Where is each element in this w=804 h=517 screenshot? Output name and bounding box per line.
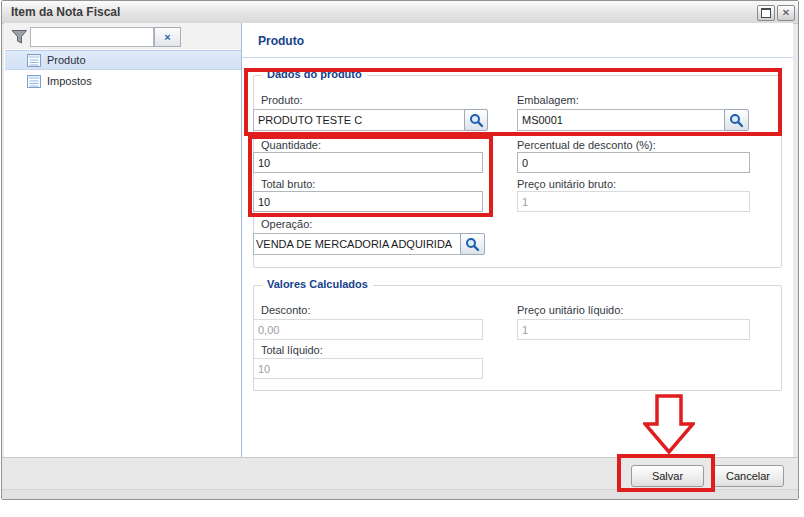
fieldset-legend: Valores Calculados <box>262 278 373 290</box>
maximize-button[interactable] <box>757 5 775 21</box>
produto-search-button[interactable] <box>464 109 488 131</box>
sidebar-filter-input[interactable] <box>30 27 154 47</box>
total-liquido-input <box>253 358 483 379</box>
quantidade-label: Quantidade: <box>261 139 321 151</box>
operacao-input[interactable] <box>253 233 461 255</box>
save-button-label: Salvar <box>652 470 683 482</box>
footer-strip <box>2 490 798 499</box>
operacao-search-button[interactable] <box>460 233 485 255</box>
embalagem-input[interactable] <box>517 109 725 131</box>
sidebar-item-label: Impostos <box>47 75 92 87</box>
sidebar-item-label: Produto <box>47 54 86 66</box>
clear-icon: × <box>164 31 170 43</box>
close-button[interactable]: ✕ <box>777 5 795 21</box>
quantidade-input[interactable] <box>253 152 483 173</box>
desconto-input <box>253 319 483 340</box>
preco-unitario-liquido-label: Preço unitário líquido: <box>517 304 623 316</box>
total-bruto-label: Total bruto: <box>261 178 315 190</box>
magnifier-icon <box>465 237 480 252</box>
cancel-button-label: Cancelar <box>726 470 770 482</box>
magnifier-icon <box>729 113 744 128</box>
window-close-icon: ✕ <box>782 8 790 18</box>
magnifier-icon <box>469 113 484 128</box>
list-icon <box>27 54 41 67</box>
preco-unitario-bruto-input <box>517 191 750 212</box>
total-liquido-label: Total líquido: <box>261 344 323 356</box>
list-icon <box>27 75 41 88</box>
desconto-label: Desconto: <box>261 304 311 316</box>
preco-unitario-liquido-input <box>517 319 750 340</box>
sidebar-item-produto[interactable]: Produto <box>5 50 241 70</box>
operacao-label: Operação: <box>261 218 312 230</box>
sidebar-item-impostos[interactable]: Impostos <box>5 71 241 91</box>
cancel-button[interactable]: Cancelar <box>712 465 784 487</box>
percentual-desconto-input[interactable] <box>517 152 750 173</box>
page-title: Produto <box>258 34 304 48</box>
fieldset-legend: Dados do produto <box>262 68 367 80</box>
filter-clear-button[interactable]: × <box>154 27 181 47</box>
percentual-desconto-label: Percentual de desconto (%): <box>517 139 656 151</box>
window-title: Item da Nota Fiscal <box>11 5 120 19</box>
funnel-icon <box>11 29 28 45</box>
window-maximize-icon <box>761 8 771 18</box>
produto-input[interactable] <box>253 109 465 131</box>
preco-unitario-bruto-label: Preço unitário bruto: <box>517 178 616 190</box>
screenshot-canvas: Item da Nota Fiscal ✕ × Produto Im <box>0 0 804 517</box>
save-button[interactable]: Salvar <box>631 465 704 487</box>
produto-label: Produto: <box>261 94 303 106</box>
embalagem-label: Embalagem: <box>517 94 579 106</box>
title-bar[interactable]: Item da Nota Fiscal <box>2 1 798 24</box>
total-bruto-input[interactable] <box>253 191 483 212</box>
embalagem-search-button[interactable] <box>724 109 749 131</box>
header-separator <box>242 57 793 58</box>
